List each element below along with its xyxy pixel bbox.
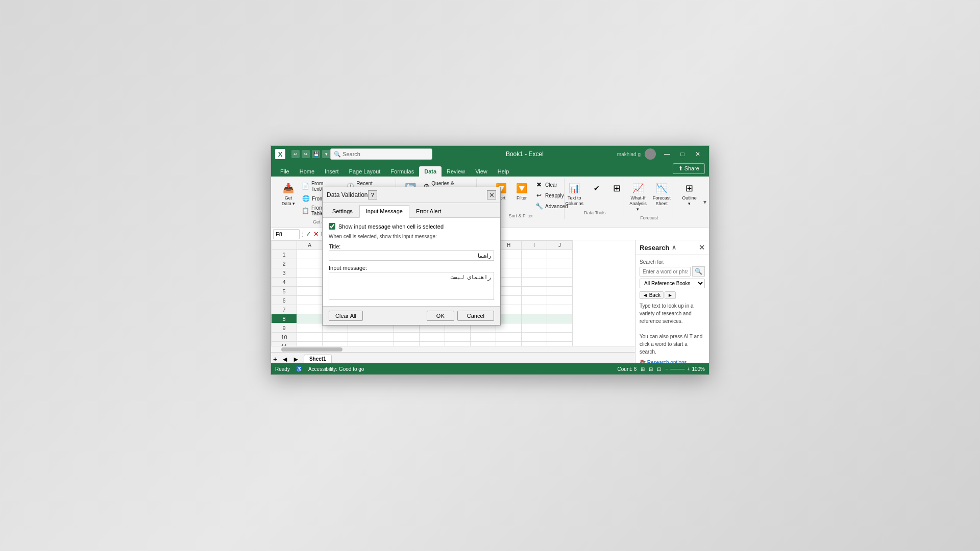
- cell-a5[interactable]: [297, 287, 323, 296]
- cancel-button[interactable]: Cancel: [457, 311, 494, 321]
- tab-data[interactable]: Data: [419, 166, 442, 177]
- dialog-help-button[interactable]: ?: [368, 190, 377, 199]
- user-avatar[interactable]: [645, 148, 656, 160]
- cell-i10[interactable]: [522, 333, 547, 342]
- page-layout-view-icon[interactable]: ⊡: [657, 366, 661, 372]
- ok-button[interactable]: OK: [427, 311, 454, 321]
- cell-j1[interactable]: [547, 250, 573, 259]
- tab-file[interactable]: File: [275, 166, 295, 177]
- tab-view[interactable]: View: [470, 166, 493, 177]
- more-btn[interactable]: ▾: [322, 150, 330, 158]
- cell-j11[interactable]: [547, 342, 573, 346]
- cell-e11[interactable]: [420, 342, 445, 346]
- scroll-thumb[interactable]: [281, 347, 342, 352]
- title-search-bar[interactable]: 🔍 Search: [330, 148, 432, 160]
- cell-j5[interactable]: [547, 287, 573, 296]
- normal-view-icon[interactable]: ⊞: [641, 366, 645, 372]
- cell-j4[interactable]: [547, 278, 573, 287]
- save-btn[interactable]: 💾: [312, 150, 320, 158]
- tab-insert[interactable]: Insert: [320, 166, 344, 177]
- cell-i4[interactable]: [522, 278, 547, 287]
- filter-button[interactable]: 🔽 Filter: [512, 180, 531, 203]
- clear-all-button[interactable]: Clear All: [329, 311, 363, 321]
- close-button[interactable]: ✕: [691, 146, 705, 162]
- cell-i9[interactable]: [522, 323, 547, 333]
- cell-f10[interactable]: [445, 333, 471, 342]
- cell-e10[interactable]: [420, 333, 445, 342]
- show-input-message-checkbox[interactable]: [329, 223, 335, 230]
- zoom-out-button[interactable]: −: [665, 366, 668, 372]
- maximize-button[interactable]: □: [675, 146, 690, 162]
- cell-j10[interactable]: [547, 333, 573, 342]
- cell-j7[interactable]: [547, 305, 573, 314]
- research-collapse-button[interactable]: ∧: [672, 244, 676, 251]
- tab-review[interactable]: Review: [442, 166, 470, 177]
- cell-i2[interactable]: [522, 259, 547, 268]
- zoom-slider[interactable]: ────: [670, 366, 684, 372]
- tab-help[interactable]: Help: [493, 166, 514, 177]
- page-break-view-icon[interactable]: ⊟: [649, 366, 653, 372]
- outline-button[interactable]: ⊞ Outline ▾: [678, 180, 700, 208]
- research-options-link[interactable]: 📚 Research options...: [640, 360, 705, 363]
- horizontal-scrollbar[interactable]: [271, 346, 635, 352]
- research-search-input[interactable]: [640, 267, 691, 277]
- cell-c11[interactable]: [348, 342, 394, 346]
- cell-i7[interactable]: [522, 305, 547, 314]
- dialog-tab-settings[interactable]: Settings: [326, 205, 359, 217]
- cell-j9[interactable]: [547, 323, 573, 333]
- cell-a1[interactable]: [297, 250, 323, 259]
- undo-btn[interactable]: ↩: [291, 150, 300, 158]
- cell-b11[interactable]: [323, 342, 348, 346]
- message-field-textarea[interactable]: راهنمای لیست: [329, 272, 494, 300]
- cell-f11[interactable]: [445, 342, 471, 346]
- forecast-sheet-button[interactable]: 📉 ForecastSheet: [651, 180, 672, 208]
- cell-a10[interactable]: [297, 333, 323, 342]
- add-sheet-button[interactable]: +: [273, 355, 277, 363]
- cell-i3[interactable]: [522, 268, 547, 278]
- formula-cancel-icon[interactable]: ✕: [313, 230, 319, 238]
- cell-g11[interactable]: [471, 342, 496, 346]
- cell-j3[interactable]: [547, 268, 573, 278]
- consolidate-button[interactable]: ⊞: [608, 180, 626, 197]
- research-reference-select[interactable]: All Reference Books: [640, 279, 705, 288]
- cell-a4[interactable]: [297, 278, 323, 287]
- data-validation-button[interactable]: ✔: [587, 180, 606, 197]
- cell-i1[interactable]: [522, 250, 547, 259]
- cell-d10[interactable]: [394, 333, 420, 342]
- scroll-left-button[interactable]: ◄: [281, 355, 288, 363]
- dialog-tab-input-message[interactable]: Input Message: [359, 205, 409, 218]
- dialog-close-button[interactable]: ✕: [487, 190, 496, 199]
- cell-a8[interactable]: [297, 314, 323, 323]
- tab-formulas[interactable]: Formulas: [385, 166, 419, 177]
- cell-c10[interactable]: [348, 333, 394, 342]
- cell-a6[interactable]: [297, 296, 323, 305]
- get-data-button[interactable]: 📥 GetData ▾: [279, 180, 298, 208]
- formula-check-icon[interactable]: ✓: [306, 230, 311, 238]
- tab-home[interactable]: Home: [295, 166, 320, 177]
- cell-i6[interactable]: [522, 296, 547, 305]
- research-close-button[interactable]: ✕: [699, 243, 705, 252]
- data-validation-dialog[interactable]: Data Validation ? ✕ Settings Input Messa…: [322, 187, 501, 325]
- research-search-button[interactable]: 🔍: [692, 266, 705, 277]
- cell-h10[interactable]: [496, 333, 522, 342]
- share-button[interactable]: ⬆ Share: [673, 163, 705, 174]
- cell-b10[interactable]: [323, 333, 348, 342]
- cell-h11[interactable]: [496, 342, 522, 346]
- redo-btn[interactable]: ↪: [302, 150, 310, 158]
- cell-g10[interactable]: [471, 333, 496, 342]
- scroll-right-button[interactable]: ►: [292, 355, 300, 363]
- cell-i8[interactable]: [522, 314, 547, 323]
- tab-page-layout[interactable]: Page Layout: [344, 166, 386, 177]
- dialog-tab-error-alert[interactable]: Error Alert: [409, 205, 448, 217]
- cell-a2[interactable]: [297, 259, 323, 268]
- research-forward-button[interactable]: ►: [665, 291, 676, 299]
- cell-d11[interactable]: [394, 342, 420, 346]
- ribbon-scroll-arrow[interactable]: ▾: [701, 177, 709, 228]
- cell-a9[interactable]: [297, 323, 323, 333]
- cell-i5[interactable]: [522, 287, 547, 296]
- cell-a3[interactable]: [297, 268, 323, 278]
- sheet-tab-sheet1[interactable]: Sheet1: [304, 355, 332, 363]
- minimize-button[interactable]: —: [660, 146, 674, 162]
- cell-i11[interactable]: [522, 342, 547, 346]
- zoom-in-button[interactable]: +: [687, 366, 690, 372]
